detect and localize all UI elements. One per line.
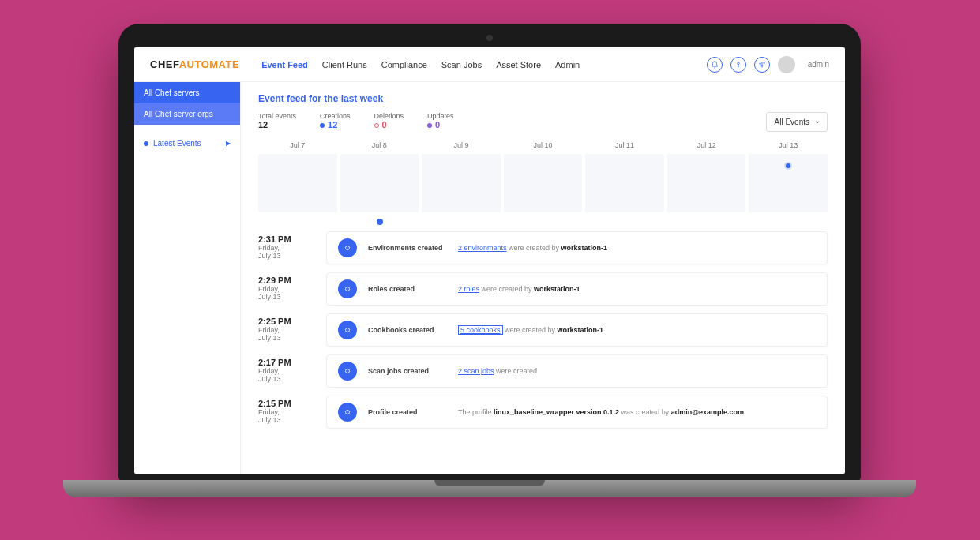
svg-point-11 (346, 411, 350, 414)
bullet-icon (144, 141, 148, 146)
sidebar: All Chef servers All Chef server orgs La… (134, 82, 241, 474)
blue-dot-icon (320, 123, 325, 128)
event-card[interactable]: Environments created2 environments were … (326, 231, 828, 264)
main-content: Event feed for the last week Total event… (241, 82, 845, 474)
svg-point-0 (738, 62, 740, 65)
timeline-day[interactable]: Jul 8 (340, 141, 419, 212)
sidebar-latest-label: Latest Events (153, 139, 201, 148)
svg-point-10 (346, 369, 350, 373)
nav-admin[interactable]: Admin (555, 60, 580, 69)
purple-dot-icon (427, 123, 432, 128)
event-timestamp: 2:17 PMFriday,July 13 (258, 354, 314, 388)
event-time: 2:25 PM (258, 317, 314, 326)
timeline-day-bar (504, 154, 583, 212)
nav-event-feed[interactable]: Event Feed (261, 60, 308, 69)
chevron-right-icon: ▶ (226, 140, 231, 147)
sidebar-item-all-servers[interactable]: All Chef servers (134, 82, 240, 103)
event-feed: 2:31 PMFriday,July 13Environments create… (258, 231, 828, 437)
stat-total-value: 12 (258, 120, 268, 129)
timeline-day[interactable]: Jul 7 (258, 141, 337, 212)
event-row: 2:15 PMFriday,July 13Profile createdThe … (258, 396, 828, 429)
stat-updates: Updates 0 (427, 112, 454, 129)
nav-scan-jobs[interactable]: Scan Jobs (441, 60, 482, 69)
event-type-icon (338, 279, 357, 298)
svg-point-6 (763, 62, 764, 64)
event-date: July 13 (258, 334, 281, 342)
header: CHEFAUTOMATE Event Feed Client Runs Comp… (134, 47, 845, 82)
event-row: 2:29 PMFriday,July 13Roles created2 role… (258, 272, 828, 306)
nav-asset-store[interactable]: Asset Store (496, 60, 541, 69)
camera-dot (486, 35, 493, 41)
event-timestamp: 2:15 PMFriday,July 13 (258, 396, 314, 429)
timeline-day-label: Jul 7 (258, 141, 337, 154)
timeline-day[interactable]: Jul 13 (749, 141, 828, 212)
timeline-day[interactable]: Jul 11 (585, 141, 664, 212)
event-time: 2:31 PM (258, 234, 314, 244)
event-link[interactable]: 5 cookbooks (458, 325, 503, 335)
timeline-day-bar (422, 154, 501, 212)
event-type-icon (338, 321, 357, 339)
user-name: admin (808, 60, 829, 69)
event-card[interactable]: Scan jobs created2 scan jobs were create… (326, 354, 828, 388)
settings-icon[interactable] (754, 57, 770, 73)
brand-part2: AUTOMATE (179, 58, 239, 70)
event-title: Scan jobs created (368, 367, 447, 375)
event-day: Friday, (258, 408, 280, 416)
event-row: 2:31 PMFriday,July 13Environments create… (258, 231, 828, 264)
event-row: 2:25 PMFriday,July 13Cookbooks created5 … (258, 313, 828, 347)
stat-creations-value: 12 (328, 120, 337, 129)
event-link[interactable]: 2 scan jobs (458, 367, 494, 375)
svg-point-5 (761, 65, 763, 66)
event-row: 2:17 PMFriday,July 13Scan jobs created2 … (258, 354, 828, 388)
event-description: 2 environments were created by workstati… (458, 244, 607, 252)
app-screen: CHEFAUTOMATE Event Feed Client Runs Comp… (134, 47, 845, 474)
stat-creations-label: Creations (320, 112, 351, 120)
sidebar-latest-events[interactable]: Latest Events ▶ (134, 125, 240, 162)
timeline-scrubber-icon[interactable] (377, 219, 383, 225)
timeline-day-label: Jul 8 (340, 141, 419, 154)
svg-point-7 (346, 246, 350, 250)
event-link[interactable]: 2 environments (458, 244, 507, 252)
event-card[interactable]: Roles created2 roles were created by wor… (326, 272, 828, 306)
brand-logo: CHEFAUTOMATE (150, 58, 239, 70)
header-right: admin (707, 56, 829, 73)
timeline-day[interactable]: Jul 10 (504, 141, 583, 212)
event-title: Roles created (368, 285, 447, 293)
timeline-day-bar (667, 154, 746, 212)
key-icon[interactable] (730, 57, 746, 73)
timeline-day-bar (749, 154, 828, 212)
event-card[interactable]: Profile createdThe profile linux_baselin… (326, 396, 828, 429)
sidebar-item-all-orgs[interactable]: All Chef server orgs (134, 103, 240, 125)
event-card[interactable]: Cookbooks created5 cookbooks were create… (326, 313, 828, 347)
avatar[interactable] (778, 56, 795, 73)
timeline-day[interactable]: Jul 9 (422, 141, 501, 212)
laptop-frame: CHEFAUTOMATE Event Feed Client Runs Comp… (118, 24, 861, 482)
bell-icon[interactable] (707, 57, 723, 73)
stat-updates-label: Updates (427, 112, 454, 120)
svg-point-9 (346, 328, 350, 332)
event-day: Friday, (258, 326, 280, 334)
stat-total: Total events 12 (258, 112, 296, 129)
event-date: July 13 (258, 252, 281, 260)
event-timestamp: 2:29 PMFriday,July 13 (258, 272, 314, 306)
events-filter-dropdown[interactable]: All Events (766, 112, 828, 132)
event-type-icon (338, 403, 357, 422)
event-date: July 13 (258, 375, 281, 383)
stat-deletions: Deletions 0 (374, 112, 404, 129)
event-day: Friday, (258, 244, 280, 252)
timeline-day-label: Jul 10 (504, 141, 583, 154)
body: All Chef servers All Chef server orgs La… (134, 82, 845, 474)
event-description: The profile linux_baseline_wrapper versi… (458, 408, 744, 416)
timeline-day-bar (585, 154, 664, 212)
event-type-icon (338, 362, 357, 381)
timeline-day-bar (258, 154, 337, 212)
laptop-lip (434, 480, 545, 486)
event-link[interactable]: 2 roles (458, 285, 479, 293)
activity-dot-icon (784, 162, 792, 170)
nav-compliance[interactable]: Compliance (381, 60, 427, 69)
timeline: Jul 7Jul 8Jul 9Jul 10Jul 11Jul 12Jul 13 (258, 141, 828, 212)
nav-client-runs[interactable]: Client Runs (322, 60, 367, 69)
event-timestamp: 2:25 PMFriday,July 13 (258, 313, 314, 347)
event-day: Friday, (258, 285, 280, 293)
timeline-day[interactable]: Jul 12 (667, 141, 746, 212)
